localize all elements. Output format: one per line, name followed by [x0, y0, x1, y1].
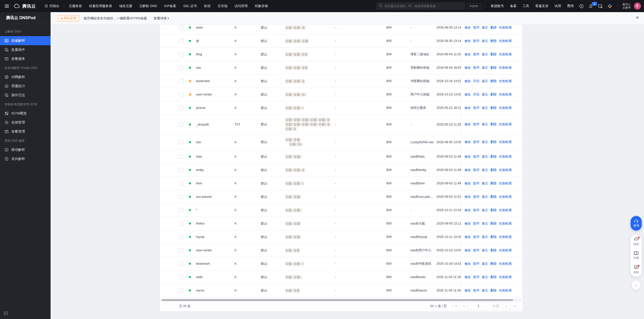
action-delete-link[interactable]: 删除	[490, 155, 497, 159]
row-checkbox[interactable]	[179, 195, 183, 199]
action-check-link[interactable]: 生效检测	[499, 106, 512, 110]
action-remark-link[interactable]: 备注	[482, 288, 488, 293]
action-edit-link[interactable]: 修改	[464, 52, 471, 57]
action-check-link[interactable]: 生效检测	[499, 52, 512, 57]
search-input[interactable]: 支持通过实例ID、IP、名称等搜索资源	[376, 2, 465, 10]
sidebar-item-globe[interactable]: 内网解析	[0, 72, 51, 82]
current-page-input[interactable]: 1	[468, 302, 489, 310]
action-delete-link[interactable]: 删除	[490, 235, 497, 239]
action-pause-link[interactable]: 暂停	[473, 140, 479, 144]
action-check-link[interactable]: 生效检测	[499, 39, 512, 43]
topnav-right-item-6[interactable]: 费用	[564, 0, 577, 12]
topnav-item-6[interactable]: ICP备案	[161, 0, 180, 12]
action-delete-link[interactable]: 删除	[490, 248, 497, 253]
banner-detail-link[interactable]: 查看详情	[153, 16, 169, 21]
action-delete-link[interactable]: 删除	[490, 92, 497, 97]
topnav-item-10[interactable]: 访问管理	[231, 0, 251, 12]
action-check-link[interactable]: 生效检测	[499, 275, 512, 279]
action-pause-link[interactable]: 暂停	[473, 248, 479, 253]
action-edit-link[interactable]: 修改	[464, 288, 471, 293]
action-pause-link[interactable]: 暂停	[473, 262, 479, 266]
action-delete-link[interactable]: 删除	[490, 168, 497, 172]
topnav-right-item-4[interactable]: 客服支持	[532, 0, 551, 12]
row-checkbox[interactable]	[179, 248, 183, 253]
console-settings-icon[interactable]	[595, 0, 605, 12]
action-enable-link[interactable]: 开启	[473, 79, 479, 83]
action-check-link[interactable]: 生效检测	[499, 235, 512, 239]
action-pause-link[interactable]: 暂停	[473, 155, 479, 159]
action-remark-link[interactable]: 备注	[482, 275, 488, 279]
sidebar-item-usage[interactable]: 用量统计	[0, 82, 51, 91]
prev-page-button[interactable]	[460, 302, 468, 310]
action-pause-link[interactable]: 暂停	[473, 195, 479, 199]
floating-expand-button[interactable]: ›	[632, 281, 641, 290]
row-checkbox[interactable]	[179, 92, 183, 97]
action-pause-link[interactable]: 暂停	[473, 181, 479, 186]
action-pause-link[interactable]: 暂停	[473, 106, 479, 110]
sidebar-item-batch[interactable]: 批量操作	[0, 45, 51, 54]
action-edit-link[interactable]: 修改	[464, 275, 471, 279]
action-check-link[interactable]: 生效检测	[499, 92, 512, 97]
action-pause-link[interactable]: 暂停	[473, 168, 479, 172]
first-page-button[interactable]	[452, 302, 460, 310]
action-delete-link[interactable]: 删除	[490, 39, 497, 43]
action-edit-link[interactable]: 修改	[464, 181, 471, 186]
action-delete-link[interactable]: 删除	[490, 195, 497, 199]
sidebar-item-instance[interactable]: 实例管理	[0, 118, 51, 127]
topnav-right-item-3[interactable]: 工具	[520, 0, 532, 12]
action-pause-link[interactable]: 暂停	[473, 222, 479, 226]
action-remark-link[interactable]: 备注	[482, 79, 488, 83]
sidebar-item-grid[interactable]: IGTM概览	[0, 109, 51, 118]
action-remark-link[interactable]: 备注	[482, 39, 488, 43]
topnav-item-5[interactable]: 云解析 DNS	[136, 0, 161, 12]
sidebar-collapse-icon[interactable]	[4, 311, 8, 316]
action-pause-link[interactable]: 暂停	[473, 52, 479, 57]
row-checkbox[interactable]	[179, 106, 183, 110]
action-edit-link[interactable]: 修改	[464, 92, 471, 97]
action-delete-link[interactable]: 删除	[490, 79, 497, 83]
topnav-item-11[interactable]: 对象存储	[251, 0, 271, 12]
action-edit-link[interactable]: 修改	[464, 66, 471, 70]
action-delete-link[interactable]: 删除	[490, 140, 497, 144]
action-remark-link[interactable]: 备注	[482, 140, 488, 144]
action-delete-link[interactable]: 删除	[490, 26, 497, 30]
consult-button[interactable]: 咨询	[631, 216, 642, 231]
row-checkbox[interactable]	[179, 122, 183, 127]
action-pause-link[interactable]: 暂停	[473, 275, 479, 279]
topnav-item-9[interactable]: 云市场	[214, 0, 231, 12]
row-checkbox[interactable]	[179, 155, 183, 159]
row-checkbox[interactable]	[179, 222, 183, 226]
action-remark-link[interactable]: 备注	[482, 222, 488, 226]
row-checkbox[interactable]	[179, 181, 183, 186]
action-check-link[interactable]: 生效检测	[499, 195, 512, 199]
action-edit-link[interactable]: 修改	[464, 235, 471, 239]
scrollbar-thumb[interactable]	[162, 299, 513, 301]
action-edit-link[interactable]: 修改	[464, 222, 471, 226]
action-edit-link[interactable]: 修改	[464, 168, 471, 172]
topnav-item-4[interactable]: 域名注册	[116, 0, 136, 12]
action-check-link[interactable]: 生效检测	[499, 122, 512, 127]
action-edit-link[interactable]: 修改	[464, 106, 471, 110]
row-checkbox[interactable]	[179, 288, 183, 293]
action-edit-link[interactable]: 修改	[464, 26, 471, 30]
action-pause-link[interactable]: 暂停	[473, 26, 479, 30]
action-delete-link[interactable]: 删除	[490, 122, 497, 127]
topnav-item-1[interactable]: 控制台	[41, 0, 63, 12]
hamburger-menu-icon[interactable]	[0, 4, 14, 8]
row-checkbox[interactable]	[179, 275, 183, 279]
floating-tool-feedback[interactable]: 评价	[633, 265, 639, 274]
row-checkbox[interactable]	[179, 79, 183, 83]
topnav-item-3[interactable]: 轻量应用服务器	[85, 0, 116, 12]
action-edit-link[interactable]: 修改	[464, 39, 471, 43]
action-edit-link[interactable]: 修改	[464, 248, 471, 253]
topnav-item-8[interactable]: 短信	[200, 0, 214, 12]
last-page-button[interactable]	[511, 302, 519, 310]
action-delete-link[interactable]: 删除	[490, 181, 497, 186]
row-checkbox[interactable]	[179, 235, 183, 239]
action-check-link[interactable]: 生效检测	[499, 181, 512, 186]
topnav-right-item-2[interactable]: 备案	[507, 0, 520, 12]
action-check-link[interactable]: 生效检测	[499, 155, 512, 159]
topnav-item-2[interactable]: 云服务器	[65, 0, 85, 12]
action-check-link[interactable]: 生效检测	[499, 262, 512, 266]
action-edit-link[interactable]: 修改	[464, 140, 471, 144]
